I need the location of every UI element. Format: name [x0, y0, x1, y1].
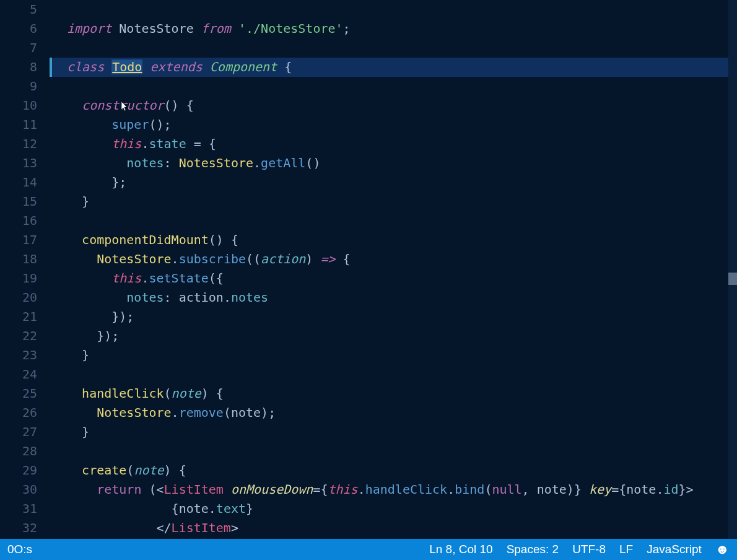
code-token: ) {	[201, 386, 224, 401]
code-token	[67, 482, 97, 497]
line-number: 25	[0, 384, 37, 403]
code-token: this	[328, 482, 357, 497]
code-token	[67, 290, 126, 305]
code-token: handleClick	[365, 482, 447, 497]
status-indentation[interactable]: Spaces: 2	[507, 543, 559, 556]
code-line[interactable]	[50, 77, 737, 96]
line-number: 27	[0, 422, 37, 442]
code-token: .	[358, 482, 365, 497]
code-token: :	[164, 155, 179, 170]
code-line[interactable]	[50, 365, 737, 384]
code-token: .	[172, 252, 179, 266]
editor-area[interactable]: 5678910111213141516171819202122232425262…	[0, 0, 737, 539]
line-number: 17	[0, 230, 37, 250]
code-token: remove	[179, 405, 224, 420]
code-token: ((	[246, 252, 261, 266]
code-token: }	[67, 424, 89, 439]
code-token: {	[336, 252, 351, 266]
code-line[interactable]: </ListItem>	[50, 518, 737, 538]
code-token: setState	[149, 271, 208, 286]
line-number: 9	[0, 77, 37, 96]
code-token: from	[201, 21, 238, 36]
code-token: =>	[320, 252, 335, 266]
code-token: {	[277, 59, 292, 74]
code-token: </	[67, 520, 172, 535]
code-line[interactable]: };	[50, 173, 737, 192]
status-cursor-position[interactable]: Ln 8, Col 10	[429, 543, 492, 556]
line-number-gutter: 5678910111213141516171819202122232425262…	[0, 0, 50, 539]
code-token: <	[157, 482, 164, 497]
code-token: =	[313, 482, 320, 497]
code-token	[67, 271, 111, 286]
code-token: key	[589, 482, 611, 497]
code-token: onMouseDown	[231, 482, 313, 497]
code-token: null	[492, 482, 521, 497]
code-token: ListItem	[164, 482, 224, 497]
code-line[interactable]	[50, 0, 737, 19]
code-token: './NotesStore'	[238, 21, 343, 36]
code-token	[582, 482, 589, 497]
code-token: =	[611, 482, 619, 497]
scrollbar-track[interactable]	[728, 0, 737, 539]
code-line[interactable]: componentDidMount() {	[50, 230, 737, 250]
code-token: componentDidMount	[82, 232, 209, 247]
code-line[interactable]: notes: NotesStore.getAll()	[50, 154, 737, 173]
code-token	[67, 117, 111, 132]
code-line[interactable]: create(note) {	[50, 461, 737, 480]
status-left-fragment[interactable]: 0O:s	[7, 543, 32, 556]
line-number: 24	[0, 365, 37, 384]
code-token: NotesStore	[119, 21, 201, 36]
code-token: notes	[126, 290, 164, 305]
code-line[interactable]: }	[50, 346, 737, 365]
line-number: 5	[0, 0, 37, 19]
code-token: .	[141, 271, 149, 286]
code-line[interactable]: return (<ListItem onMouseDown={this.hand…	[50, 480, 737, 499]
code-line[interactable]: {note.text}	[50, 499, 737, 518]
code-token: });	[67, 309, 134, 324]
code-line[interactable]: super();	[50, 115, 737, 134]
code-line[interactable]	[50, 211, 737, 230]
code-line[interactable]	[50, 442, 737, 461]
code-line[interactable]: NotesStore.remove(note);	[50, 403, 737, 422]
code-line[interactable]: }	[50, 192, 737, 211]
code-token: extends	[142, 59, 209, 74]
code-token: notes	[231, 290, 268, 305]
code-token: bind	[455, 482, 484, 497]
code-line[interactable]: import NotesStore from './NotesStore';	[50, 19, 737, 38]
code-token: {	[619, 482, 626, 497]
code-token: ) {	[164, 463, 186, 478]
code-line[interactable]: this.state = {	[50, 134, 737, 154]
code-token: id	[663, 482, 678, 497]
code-token: subscribe	[179, 252, 246, 266]
code-line[interactable]: handleClick(note) {	[50, 384, 737, 403]
status-eol[interactable]: LF	[619, 543, 633, 556]
code-line[interactable]	[50, 38, 737, 58]
code-token: (	[164, 386, 172, 401]
code-line[interactable]: this.setState({	[50, 269, 737, 288]
code-content[interactable]: import NotesStore from './NotesStore';cl…	[50, 0, 737, 539]
code-line[interactable]: notes: action.notes	[50, 288, 737, 307]
status-language[interactable]: JavaScript	[647, 543, 702, 556]
line-number: 8	[0, 58, 37, 77]
code-line[interactable]: class Todo extends Component {	[50, 58, 737, 77]
code-line[interactable]: NotesStore.subscribe((action) => {	[50, 250, 737, 269]
code-token: ListItem	[172, 520, 231, 535]
code-line[interactable]: }	[50, 422, 737, 442]
code-line[interactable]: });	[50, 326, 737, 346]
code-token	[67, 232, 82, 247]
status-bar: 0O:s Ln 8, Col 10 Spaces: 2 UTF-8 LF Jav…	[0, 539, 737, 560]
code-line[interactable]: constructor() {	[50, 96, 737, 115]
status-encoding[interactable]: UTF-8	[572, 543, 606, 556]
scrollbar-thumb[interactable]	[728, 273, 737, 285]
line-number: 14	[0, 173, 37, 192]
code-token: handleClick	[82, 386, 164, 401]
code-token: = {	[186, 136, 216, 151]
feedback-smiley-icon[interactable]: ☻	[715, 543, 730, 556]
code-token: getAll	[261, 155, 305, 170]
code-line[interactable]: });	[50, 307, 737, 326]
line-number: 21	[0, 307, 37, 326]
code-token: NotesStore	[97, 252, 171, 266]
line-number: 7	[0, 38, 37, 58]
code-token	[67, 405, 97, 420]
code-token: .	[141, 136, 149, 151]
